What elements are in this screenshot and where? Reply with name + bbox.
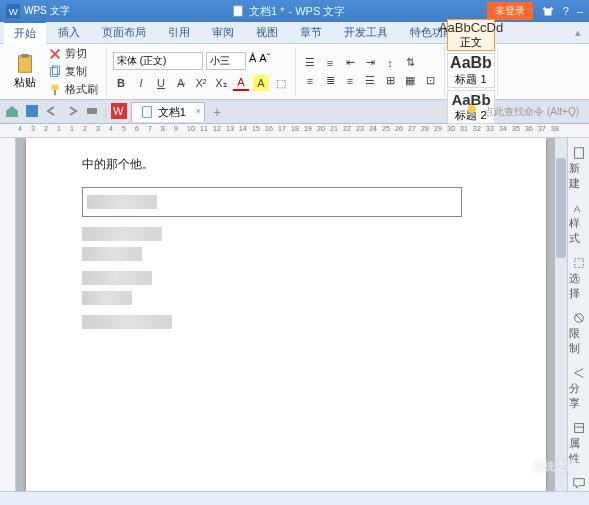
right-sidebar: 新建A样式选择限制分享属性反馈备份形状?帮助工具 [567,138,589,491]
shrink-font-icon[interactable]: Aˇ [259,52,270,70]
bold-button[interactable]: B [113,75,129,91]
app-name: WPS 文字 [24,4,70,18]
vertical-scrollbar[interactable] [555,138,567,491]
svg-rect-4 [21,54,28,58]
shading-icon[interactable]: ▦ [402,73,418,89]
tab-start[interactable]: 开始 [4,21,46,44]
copy-button[interactable]: 复制 [46,63,100,80]
document-page[interactable]: 中的那个他。 [26,138,546,491]
borders-icon[interactable]: ⊡ [422,73,438,89]
redo-icon[interactable] [64,103,80,121]
tab-review[interactable]: 审阅 [202,22,244,43]
watermark: 系统之家 [499,453,577,479]
sidebar-select[interactable]: 选择 [569,252,589,305]
title-bar: W WPS 文字 文档1 * - WPS 文字 未登录 ? – [0,0,589,22]
align-left-icon[interactable]: ≡ [302,73,318,89]
style-normal[interactable]: AaBbCcDd 正文 [447,19,495,51]
search-hint[interactable]: 点此查找命令 (Alt+Q) [484,105,579,119]
styles-group: AaBbCcDd 正文 AaBb 标题 1 AaBb 标题 2 [445,47,498,96]
wps-icon[interactable]: W [111,103,127,121]
paste-button[interactable]: 粘贴 [10,51,40,92]
paste-label: 粘贴 [14,75,36,90]
print-icon[interactable] [84,103,100,121]
bullets-icon[interactable]: ☰ [302,55,318,71]
cut-button[interactable]: 剪切 [46,45,100,62]
svg-rect-20 [574,424,583,433]
font-color-button[interactable]: A [233,75,249,91]
tab-section[interactable]: 章节 [290,22,332,43]
close-tab-icon[interactable]: × [196,106,201,116]
italic-button[interactable]: I [133,75,149,91]
doc-tab-label: 文档1 [158,105,186,120]
svg-rect-8 [54,90,56,95]
doc-suffix: - WPS 文字 [288,4,345,19]
svg-rect-9 [26,105,38,117]
svg-text:A: A [573,203,580,214]
doc-tab-bar: | W 文档1 × + 点此查找命令 (Alt+Q) [0,100,589,124]
doc-icon [231,4,245,18]
strike-button[interactable]: A̶ [173,75,189,91]
tab-insert[interactable]: 插入 [48,22,90,43]
svg-rect-18 [574,259,583,268]
doc-tab-icon [140,105,154,119]
save-icon[interactable] [24,103,40,121]
svg-rect-13 [142,107,151,118]
ribbon: 粘贴 剪切 复制 格式刷 宋体 (正文) 小三 Â Aˇ B I U A̶ X… [0,44,589,100]
sidebar-new[interactable]: 新建 [569,142,589,195]
font-name-select[interactable]: 宋体 (正文) [113,52,203,70]
align-center-icon[interactable]: ≣ [322,73,338,89]
sidebar-share[interactable]: 分享 [569,362,589,415]
lightbulb-icon [464,103,480,121]
horizontal-ruler[interactable]: 4321123456789101112131415161718192021222… [0,124,589,138]
help-icon[interactable]: ? [563,5,569,17]
undo-icon[interactable] [44,103,60,121]
text-box[interactable] [82,187,462,217]
sort-icon[interactable]: ⇅ [402,55,418,71]
sidebar-limit[interactable]: 限制 [569,307,589,360]
svg-text:W: W [9,6,19,17]
svg-rect-2 [234,6,243,17]
numbering-icon[interactable]: ≡ [322,55,338,71]
vertical-ruler[interactable] [0,138,16,491]
linespace-icon[interactable]: ↕ [382,55,398,71]
tab-layout[interactable]: 页面布局 [92,22,156,43]
scrollbar-thumb[interactable] [556,158,566,258]
font-size-select[interactable]: 小三 [206,52,246,70]
indent-inc-icon[interactable]: ⇥ [362,55,378,71]
char-border-button[interactable]: ⬚ [273,75,289,91]
svg-rect-15 [470,113,474,116]
tab-view[interactable]: 视图 [246,22,288,43]
svg-rect-7 [52,84,59,89]
paragraph-group: ☰ ≡ ⇤ ⇥ ↕ ⇅ ≡ ≣ ≡ ☰ ⊞ ▦ ⊡ [296,47,445,96]
indent-dec-icon[interactable]: ⇤ [342,55,358,71]
collapse-ribbon-icon[interactable]: ▴ [575,26,581,39]
align-justify-icon[interactable]: ☰ [362,73,378,89]
format-painter-button[interactable]: 格式刷 [46,81,100,98]
new-tab-icon[interactable]: + [213,104,221,120]
workspace: 中的那个他。 [0,138,567,491]
align-right-icon[interactable]: ≡ [342,73,358,89]
home-icon[interactable] [4,103,20,121]
title-center: 文档1 * - WPS 文字 [90,4,487,19]
sub-button[interactable]: X₂ [213,75,229,91]
tab-reference[interactable]: 引用 [158,22,200,43]
underline-button[interactable]: U [153,75,169,91]
svg-rect-16 [574,148,583,159]
super-button[interactable]: X² [193,75,209,91]
document-tab[interactable]: 文档1 × [131,102,205,122]
svg-rect-3 [19,56,32,73]
font-group: 宋体 (正文) 小三 Â Aˇ B I U A̶ X² X₂ A A ⬚ [107,47,296,96]
distribute-icon[interactable]: ⊞ [382,73,398,89]
tab-dev[interactable]: 开发工具 [334,22,398,43]
grow-font-icon[interactable]: Â [249,52,256,70]
login-button[interactable]: 未登录 [487,2,533,20]
sidebar-style[interactable]: A样式 [569,197,589,250]
doc-title: 文档1 * [249,4,284,19]
app-icon: W [6,4,20,18]
style-h1[interactable]: AaBb 标题 1 [447,53,495,88]
svg-rect-10 [87,108,97,114]
min-icon[interactable]: – [577,5,583,17]
highlight-button[interactable]: A [253,75,269,91]
skin-icon[interactable] [541,4,555,18]
svg-point-14 [468,105,476,113]
